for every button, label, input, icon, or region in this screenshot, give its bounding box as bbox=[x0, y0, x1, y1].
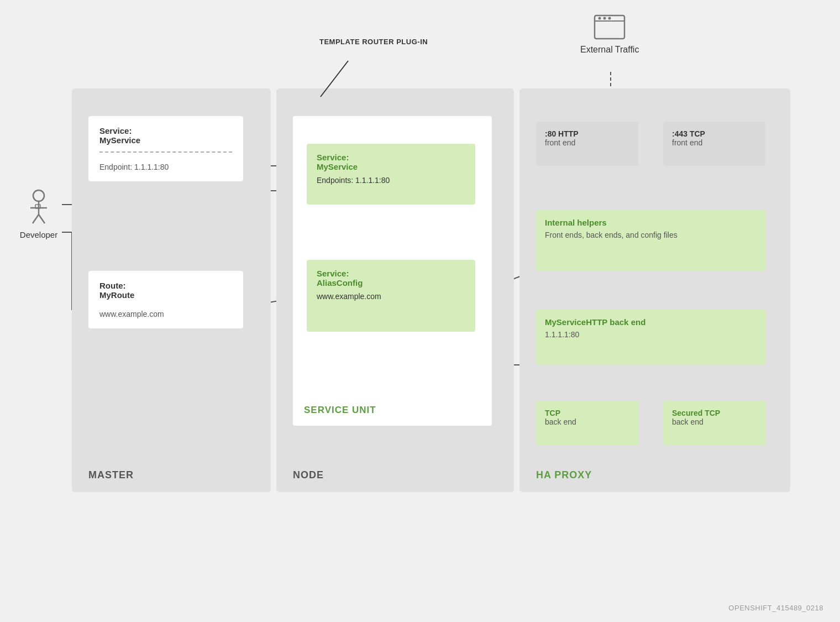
aliasconfig-card-title: Service: AliasConfig bbox=[317, 269, 465, 288]
svg-line-14 bbox=[39, 215, 45, 223]
internal-helpers-sub: Front ends, back ends, and config files bbox=[545, 231, 757, 239]
watermark: OPENSHIFT_415489_0218 bbox=[728, 604, 823, 612]
node-label: NODE bbox=[293, 469, 324, 481]
myservice-card-endpoint: Endpoints: 1.1.1.1:80 bbox=[317, 176, 465, 185]
svg-point-21 bbox=[608, 17, 611, 20]
service-separator bbox=[99, 151, 232, 153]
internal-helpers-box: Internal helpers Front ends, back ends, … bbox=[536, 210, 765, 271]
master-box: MASTER Service: MyService Endpoint: 1.1.… bbox=[72, 88, 271, 492]
aliasconfig-green-card: Service: AliasConfig www.example.com bbox=[307, 260, 475, 332]
myservice-green-card: Service: MyService Endpoints: 1.1.1.1:80 bbox=[307, 144, 475, 205]
route-card: Route: MyRoute www.example.com bbox=[88, 271, 243, 328]
tcp-backend-box: TCP back end bbox=[536, 401, 638, 445]
template-router-label: TEMPLATE ROUTER PLUG-IN bbox=[319, 38, 428, 46]
svg-line-13 bbox=[33, 215, 39, 223]
tcp-frontend-sub: front end bbox=[672, 138, 757, 147]
route-card-title: Route: MyRoute bbox=[99, 281, 232, 300]
developer-label: Developer bbox=[20, 230, 57, 239]
tcp-frontend-title: :443 TCP bbox=[672, 129, 757, 138]
service-card: Service: MyService Endpoint: 1.1.1.1:80 bbox=[88, 116, 243, 181]
myservicehttp-title: MyServiceHTTP back end bbox=[545, 317, 757, 327]
external-traffic-label: External Traffic bbox=[580, 45, 639, 55]
myservice-card-title: Service: MyService bbox=[317, 153, 465, 171]
diagram-container: Developer MASTER Service: MyService Endp… bbox=[0, 0, 840, 622]
aliasconfig-card-url: www.example.com bbox=[317, 292, 465, 301]
secured-tcp-backend-box: Secured TCP back end bbox=[663, 401, 765, 445]
haproxy-box: HA PROXY :80 HTTP front end :443 TCP fro… bbox=[519, 88, 790, 492]
tcp-frontend-box: :443 TCP front end bbox=[663, 122, 765, 166]
service-unit-box: SERVICE UNIT Service: MyService Endpoint… bbox=[293, 116, 492, 426]
haproxy-label: HA PROXY bbox=[536, 469, 592, 481]
myservicehttp-backend-box: MyServiceHTTP back end 1.1.1.1:80 bbox=[536, 310, 765, 365]
route-card-url: www.example.com bbox=[99, 310, 232, 318]
myservicehttp-address: 1.1.1.1:80 bbox=[545, 330, 757, 339]
developer-icon bbox=[25, 188, 53, 227]
master-label: MASTER bbox=[88, 469, 134, 481]
tcp-backend-title: TCP bbox=[545, 409, 629, 417]
secured-tcp-backend-sub: back end bbox=[672, 417, 757, 426]
service-unit-label: SERVICE UNIT bbox=[304, 405, 376, 416]
svg-point-19 bbox=[599, 17, 601, 20]
http-frontend-sub: front end bbox=[545, 138, 629, 147]
browser-icon bbox=[593, 11, 626, 41]
svg-point-20 bbox=[603, 17, 606, 20]
http-frontend-box: :80 HTTP front end bbox=[536, 122, 638, 166]
node-box: NODE SERVICE UNIT Service: MyService End… bbox=[276, 88, 514, 492]
tcp-backend-sub: back end bbox=[545, 417, 629, 426]
service-card-endpoint: Endpoint: 1.1.1.1:80 bbox=[99, 163, 232, 171]
internal-helpers-title: Internal helpers bbox=[545, 218, 757, 227]
service-card-title: Service: MyService bbox=[99, 126, 232, 145]
secured-tcp-backend-title: Secured TCP bbox=[672, 409, 757, 417]
developer-area: Developer bbox=[11, 188, 66, 239]
http-frontend-title: :80 HTTP bbox=[545, 129, 629, 138]
external-traffic-area: External Traffic bbox=[580, 11, 639, 55]
svg-point-10 bbox=[33, 190, 44, 201]
